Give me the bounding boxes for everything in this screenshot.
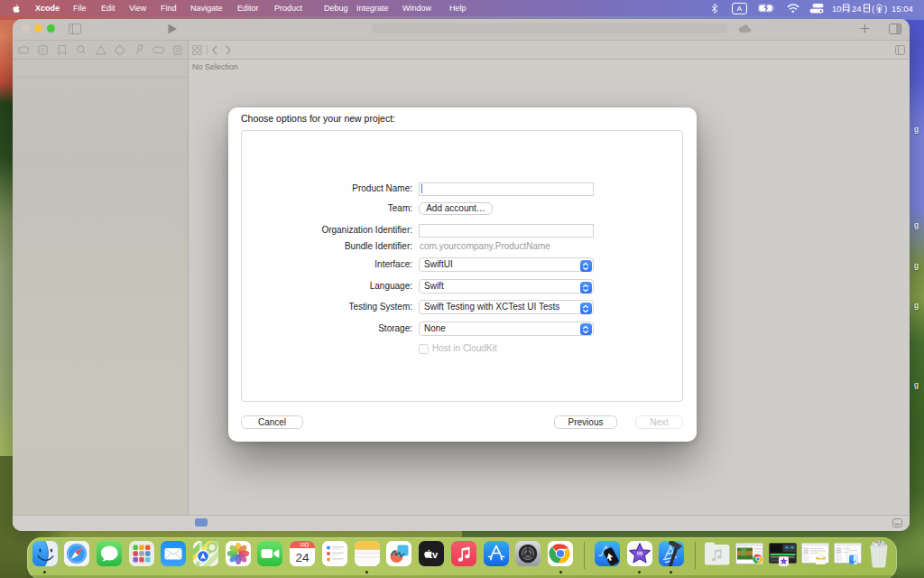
- svg-text:tv: tv: [429, 549, 439, 560]
- svg-text:10: 10: [300, 543, 305, 547]
- svg-text:24: 24: [295, 551, 310, 564]
